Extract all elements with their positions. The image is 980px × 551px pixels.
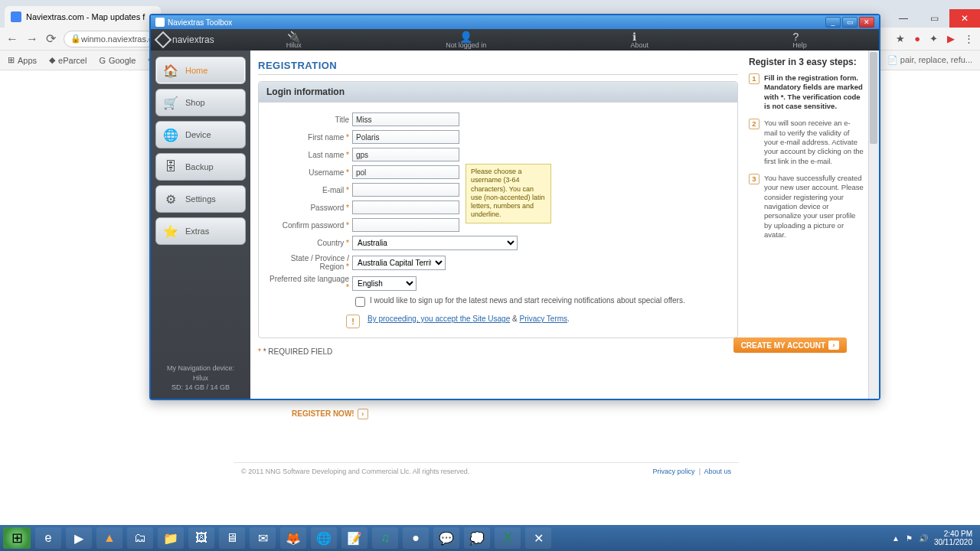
arrow-icon: › [358,409,368,419]
close-button[interactable]: ✕ [949,9,980,28]
forward-button[interactable]: → [26,32,38,46]
sidebar-item-home[interactable]: 🏠Home [155,57,246,84]
taskbar-app[interactable]: 📁 [158,527,184,549]
brand-logo: naviextras [157,34,214,46]
minimize-button[interactable]: _ [825,17,841,28]
taskbar-app[interactable]: ✉ [250,527,276,549]
bookmark-item[interactable]: ◆ eParcel [49,55,87,65]
header-about[interactable]: ℹAbout [631,31,649,49]
accept-text: By proceeding, you accept the Site Usage… [368,315,570,323]
network-icon[interactable]: ⚑ [906,534,913,543]
confirm-password-input[interactable] [352,218,459,232]
taskbar-app[interactable]: ● [403,527,429,549]
privacy-terms-link[interactable]: Privacy Terms [519,315,567,323]
taskbar-app[interactable]: 💬 [433,527,459,549]
register-now-button[interactable]: REGISTER NOW!› [292,409,368,419]
help-icon: ? [793,31,807,41]
taskbar-app[interactable]: 🌐 [311,527,337,549]
minimize-button[interactable]: — [888,9,919,28]
label-lastname: Last name * [270,151,352,159]
system-tray[interactable]: ▲ ⚑ 🔊 2:40 PM30/11/2020 [892,530,977,546]
sidebar-item-device[interactable]: 🌐Device [155,121,246,148]
about-link[interactable]: About us [704,468,731,475]
header-device[interactable]: 🔌Hilux [286,31,302,49]
username-input[interactable] [352,165,459,179]
extension-icon[interactable]: ● [914,33,920,44]
login-info-panel: Login information Title First name * Las… [258,81,738,338]
apps-button[interactable]: ⊞ Apps [8,55,37,65]
extension-icon[interactable]: ★ [896,33,905,44]
user-icon: 👤 [459,31,473,41]
taskbar-app[interactable]: 💭 [464,527,490,549]
plug-icon: 🔌 [287,31,301,41]
create-account-button[interactable]: CREATE MY ACCOUNT› [733,337,847,353]
password-input[interactable] [352,201,459,214]
menu-button[interactable]: ⋮ [964,33,974,44]
sidebar-item-shop[interactable]: 🛒Shop [155,89,246,116]
maximize-button[interactable]: ▭ [842,17,858,28]
bookmark-overflow[interactable]: 📄 pair, replace, refu... [887,55,972,65]
logo-icon [155,31,172,49]
step-3: 3You have successfully created your new … [749,174,864,240]
steps-title: Register in 3 easy steps: [749,57,864,67]
maximize-button[interactable]: ▭ [919,9,949,28]
username-tooltip: Please choose a username (3-64 character… [466,164,551,223]
steps-panel: Register in 3 easy steps: 1Fill in the r… [749,57,864,356]
home-icon: 🏠 [162,62,179,79]
language-select[interactable]: English [352,276,416,291]
browser-tab[interactable]: Naviextras.com - Map updates f × [5,6,161,28]
titlebar[interactable]: Naviextras Toolbox _ ▭ ✕ [151,15,879,29]
sidebar-item-settings[interactable]: ⚙Settings [155,185,246,213]
back-button[interactable]: ← [6,32,18,46]
backup-icon: 🗄 [162,158,179,175]
header-help[interactable]: ?Help [792,31,807,49]
taskbar-app[interactable]: 🦊 [280,527,306,549]
toolbox-window: Naviextras Toolbox _ ▭ ✕ naviextras 🔌Hil… [149,14,880,400]
label-title: Title [270,116,352,124]
privacy-link[interactable]: Privacy policy [653,468,695,475]
label-country: Country * [270,239,352,247]
title-input[interactable] [352,112,459,126]
close-button[interactable]: ✕ [859,17,874,28]
label-firstname: First name * [270,133,352,142]
address-bar[interactable]: 🔒 winmo.naviextras.com/s [64,31,155,47]
label-state: State / Province / Region * [270,254,352,271]
sidebar-item-backup[interactable]: 🗄Backup [155,153,246,181]
state-select[interactable]: Australia Capital Territory [352,256,446,270]
volume-icon[interactable]: 🔊 [919,534,928,543]
panel-header: Login information [259,82,737,103]
globe-icon: 🌐 [162,126,179,143]
tray-icon[interactable]: ▲ [892,534,900,543]
bookmark-item[interactable]: G Google [99,56,136,65]
scroll-thumb[interactable] [870,52,877,144]
taskbar-app[interactable]: 📝 [341,527,368,549]
accept-pre-link[interactable]: By proceeding, you accept the Site Usage [368,315,510,323]
taskbar-app[interactable]: ✕ [525,527,551,549]
clock[interactable]: 2:40 PM30/11/2020 [934,530,972,546]
extensions-button[interactable]: ✦ [929,33,938,44]
taskbar-app[interactable]: 🖼 [188,527,214,549]
taskbar-app[interactable]: 🖥 [219,527,245,549]
header-login[interactable]: 👤Not logged in [446,31,486,49]
taskbar-app[interactable]: 🗂 [127,527,153,549]
reload-button[interactable]: ⟳ [46,31,56,46]
sidebar: 🏠Home 🛒Shop 🌐Device 🗄Backup ⚙Settings ⭐E… [151,51,250,399]
taskbar-app[interactable]: X [495,527,521,549]
tab-title: Naviextras.com - Map updates f [26,12,145,21]
start-button[interactable]: ⊞ [3,527,31,549]
lastname-input[interactable] [352,148,459,161]
taskbar-app[interactable]: ▶ [66,527,92,549]
newsletter-checkbox[interactable] [355,297,365,307]
firstname-input[interactable] [352,130,459,144]
email-input[interactable] [352,183,459,197]
sidebar-item-extras[interactable]: ⭐Extras [155,217,246,245]
scrollbar[interactable] [868,51,879,399]
sidebar-footer: My Navigation device: Hilux SD: 14 GB / … [155,364,246,393]
app-header: naviextras 🔌Hilux 👤Not logged in ℹAbout … [151,29,879,51]
extension-icon[interactable]: ▶ [947,33,955,44]
country-select[interactable]: Australia [352,236,518,250]
label-language: Preferred site language * [270,275,352,292]
taskbar-app[interactable]: ♫ [372,527,398,549]
taskbar-app[interactable]: ▲ [96,527,122,549]
taskbar-app[interactable]: e [35,527,61,549]
